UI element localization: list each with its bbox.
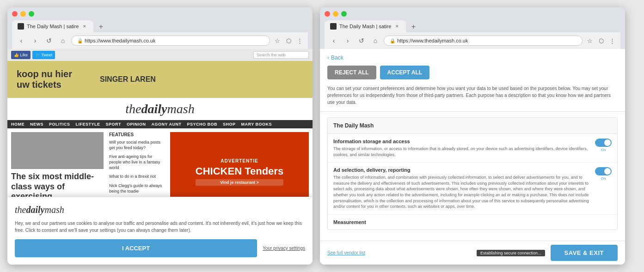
main-article-image — [11, 132, 104, 169]
feature-item-2[interactable]: Five anti-ageing tips for people who liv… — [109, 154, 165, 170]
consent-item-1-desc: The storage of information, or access to… — [333, 146, 589, 157]
logo-text-daily: daily — [141, 102, 167, 116]
consent-action-buttons: REJECT ALL ACCEPT ALL — [327, 66, 618, 79]
cookie-text: Hey, we and our partners use cookies to … — [15, 220, 305, 234]
left-home-button[interactable]: ⌂ — [57, 35, 68, 46]
nav-lifestyle[interactable]: LIFESTYLE — [76, 122, 100, 127]
back-arrow-icon: ‹ — [327, 54, 329, 61]
nav-politics[interactable]: POLITICS — [49, 122, 70, 127]
consent-item-2-toggle[interactable] — [595, 167, 612, 175]
menu-icon[interactable]: ⋮ — [295, 36, 304, 45]
consent-item-1-content: Information storage and access The stora… — [333, 139, 589, 157]
maximize-button[interactable] — [29, 11, 34, 17]
right-menu-icon[interactable]: ⋮ — [607, 36, 617, 45]
right-maximize-button[interactable] — [341, 11, 347, 17]
right-address-bar-row: ‹ › ↺ ⌂ 🔒 https://www.thedailymash.co.uk… — [325, 32, 620, 49]
accept-all-button[interactable]: ACCEPT ALL — [380, 66, 430, 79]
ad-left-text: koop nu hier uw tickets — [17, 69, 72, 90]
share-buttons: 👍 Like 🐦 Tweet — [11, 51, 55, 59]
consent-item-1-toggle-label: On — [601, 148, 606, 152]
left-back-button[interactable]: ‹ — [16, 35, 27, 46]
consent-item-2-toggle-container: On — [595, 167, 612, 181]
right-home-button[interactable]: ⌂ — [370, 35, 381, 46]
privacy-settings-link[interactable]: Your privacy settings — [263, 246, 305, 251]
right-close-button[interactable] — [325, 11, 330, 17]
right-new-tab-button[interactable]: + — [408, 21, 419, 32]
reject-all-button[interactable]: REJECT ALL — [327, 66, 376, 79]
minimize-button[interactable] — [20, 11, 26, 17]
right-active-tab[interactable]: The Daily Mash | satire ✕ — [325, 20, 406, 32]
nav-menu: HOME NEWS POLITICS LIFESTYLE SPORT OPINI… — [7, 120, 313, 128]
ad-banner: koop nu hier uw tickets SINGER LAREN — [7, 61, 313, 98]
nav-opinion[interactable]: OPINION — [127, 122, 146, 127]
left-tab-bar: The Daily Mash | satire ✕ + — [12, 20, 308, 32]
left-refresh-button[interactable]: ↺ — [43, 35, 55, 46]
left-active-tab[interactable]: The Daily Mash | satire ✕ — [12, 20, 93, 32]
consent-item-1: Information storage and access The stora… — [328, 134, 617, 163]
nav-home[interactable]: HOME — [11, 122, 25, 127]
feature-item-1[interactable]: Will your social media posts get you fir… — [109, 140, 165, 151]
search-input[interactable]: Search the web — [253, 51, 309, 59]
consent-item-2-toggle-label: On — [601, 176, 606, 181]
right-tab-favicon — [330, 23, 337, 30]
back-label: Back — [331, 54, 343, 61]
tab-favicon — [18, 23, 24, 30]
right-refresh-button[interactable]: ↺ — [356, 35, 367, 46]
nav-sport[interactable]: SPORT — [106, 122, 122, 127]
right-address-bar[interactable]: 🔒 https://www.thedailymash.co.uk — [384, 36, 583, 46]
twitter-share-button[interactable]: 🐦 Tweet — [32, 51, 55, 59]
right-tab-bar: The Daily Mash | satire ✕ + — [325, 20, 620, 32]
feature-item-4[interactable]: Nick Clegg's guide to always being the t… — [109, 183, 165, 194]
save-exit-button[interactable]: SAVE & EXIT — [551, 245, 618, 261]
vendor-section: The Daily Mash Information storage and a… — [327, 117, 618, 230]
nav-agony[interactable]: AGONY AUNT — [152, 122, 182, 127]
see-full-vendor-list-link[interactable]: See full vendor list — [327, 250, 365, 255]
right-bookmark-icon[interactable]: ☆ — [585, 36, 595, 45]
close-button[interactable] — [12, 11, 18, 17]
privacy-panel-body: The Daily Mash Information storage and a… — [320, 117, 625, 237]
left-tab-title: The Daily Mash | satire — [27, 24, 79, 29]
cast-icon[interactable]: ⬡ — [284, 36, 293, 45]
right-back-button[interactable]: ‹ — [328, 35, 339, 46]
right-forward-button[interactable]: › — [342, 35, 353, 46]
left-toolbar-icons: ☆ ⬡ ⋮ — [273, 36, 304, 45]
bookmark-icon[interactable]: ☆ — [273, 36, 282, 45]
right-browser-window: The Daily Mash | satire ✕ + ‹ › ↺ ⌂ 🔒 ht… — [320, 7, 625, 265]
left-forward-button[interactable]: › — [30, 35, 41, 46]
right-cast-icon[interactable]: ⬡ — [596, 36, 606, 45]
traffic-lights — [12, 11, 308, 17]
nav-shop[interactable]: SHOP — [223, 122, 236, 127]
facebook-share-button[interactable]: 👍 Like — [11, 51, 31, 59]
right-website-content: out of office 11 dec 2018 t/m 7 april 20… — [320, 49, 625, 265]
ad-cta[interactable]: Vind je restaurant > — [196, 179, 283, 186]
consent-description: You can set your consent preferences and… — [327, 85, 618, 106]
left-new-tab-button[interactable]: + — [95, 21, 106, 32]
features-label: FEATURES — [109, 132, 165, 137]
right-url-text: https://www.thedailymash.co.uk — [397, 38, 468, 43]
right-tab-title: The Daily Mash | satire — [339, 24, 391, 29]
status-bar: Establishing secure connection... — [477, 250, 545, 256]
logo-text-mash: mash — [167, 102, 195, 116]
save-exit-bar: See full vendor list Establishing secure… — [320, 241, 625, 265]
nav-mary[interactable]: MARY BOOKS — [241, 122, 272, 127]
nav-news[interactable]: NEWS — [30, 122, 43, 127]
left-browser-window: The Daily Mash | satire ✕ + ‹ › ↺ ⌂ 🔒 ht… — [7, 7, 313, 265]
cookie-logo: thedailymash — [15, 205, 305, 215]
feature-item-3[interactable]: What to do in a Brexit riot — [109, 174, 165, 180]
consent-item-2-desc: The collection of information, and combi… — [333, 175, 589, 210]
vendor-name: The Daily Mash — [328, 118, 617, 134]
left-tab-close-icon[interactable]: ✕ — [81, 23, 88, 30]
cookie-buttons: I ACCEPT Your privacy settings — [15, 239, 305, 257]
right-minimize-button[interactable] — [333, 11, 338, 17]
consent-item-2: Ad selection, delivery, reporting The co… — [328, 163, 617, 215]
right-chrome-toolbar: The Daily Mash | satire ✕ + ‹ › ↺ ⌂ 🔒 ht… — [320, 7, 625, 49]
nav-psycho[interactable]: PSYCHO BOB — [187, 122, 218, 127]
i-accept-button[interactable]: I ACCEPT — [15, 239, 257, 257]
consent-item-1-toggle-container: On — [595, 139, 612, 152]
consent-item-1-toggle[interactable] — [595, 139, 612, 147]
left-address-bar[interactable]: 🔒 https://www.thedailymash.co.uk — [71, 36, 270, 46]
back-link[interactable]: ‹ Back — [327, 54, 618, 61]
ad-product-text: CHICKEN Tenders — [196, 165, 283, 177]
measurement-section: Measurement — [328, 215, 617, 230]
right-tab-close-icon[interactable]: ✕ — [394, 23, 400, 30]
